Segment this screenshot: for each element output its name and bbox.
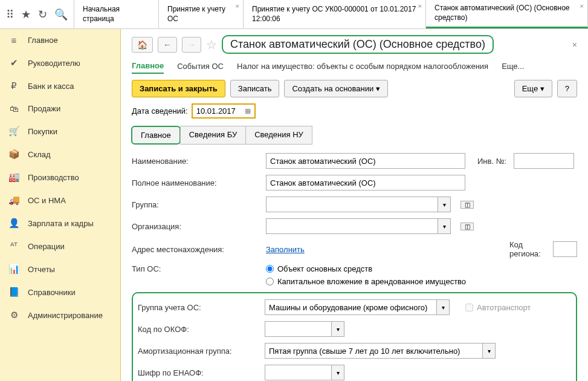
date-label: Дата сведений: <box>132 106 188 116</box>
calendar-icon[interactable]: ▦ <box>245 107 251 115</box>
type-option-capital[interactable]: Капитальное вложение в арендованное имущ… <box>266 277 466 286</box>
sidebar-item-manager[interactable]: ✔Руководителю <box>0 51 120 74</box>
factory-icon: 🏭 <box>8 172 19 183</box>
sidebar-item-sales[interactable]: 🛍Продажи <box>0 97 120 120</box>
fill-link[interactable]: Заполнить <box>266 245 305 254</box>
sidebar-item-ops[interactable]: ᴬᵀОперации <box>0 235 120 258</box>
more-button[interactable]: Еще ▾ <box>514 80 552 97</box>
radio-capital[interactable] <box>266 278 274 285</box>
history-icon[interactable]: ↻ <box>38 8 47 21</box>
org-input[interactable] <box>266 218 438 234</box>
okof-label: Код по ОКОФ: <box>138 325 257 334</box>
help-button[interactable]: ? <box>557 80 577 97</box>
close-icon[interactable]: × <box>572 40 577 50</box>
close-icon[interactable]: × <box>418 2 422 10</box>
sidebar-item-label: Главное <box>28 36 58 45</box>
okof-combo[interactable]: ▾ <box>265 321 344 337</box>
enaof-input[interactable] <box>265 365 331 380</box>
top-tabs: Начальная страница Принятие к учету ОС ×… <box>74 0 588 28</box>
tab-home[interactable]: Начальная страница <box>74 0 159 28</box>
sidebar-item-refs[interactable]: 📘Справочники <box>0 281 120 304</box>
apps-icon[interactable]: ⠿ <box>6 8 14 21</box>
create-based-button[interactable]: Создать на основании ▾ <box>284 80 388 97</box>
page-header: 🏠 ← → ☆ Станок автоматический (ОС) (Осно… <box>132 35 577 54</box>
okof-input[interactable] <box>265 321 331 337</box>
sub-tabs: Главное Сведения БУ Сведения НУ <box>132 126 577 145</box>
sub-tab-nu[interactable]: Сведения НУ <box>245 126 312 145</box>
fullname-label: Полное наименование: <box>132 178 259 187</box>
home-button[interactable]: 🏠 <box>132 37 153 53</box>
favorite-icon[interactable]: ★ <box>21 8 31 21</box>
sidebar-item-label: Зарплата и кадры <box>28 219 94 228</box>
sidebar-item-reports[interactable]: 📊Отчеты <box>0 258 120 281</box>
sidebar-item-label: Покупки <box>28 127 57 136</box>
open-icon[interactable]: ◫ <box>460 201 474 209</box>
chevron-down-icon[interactable]: ▾ <box>438 197 451 212</box>
enaof-combo[interactable]: ▾ <box>265 365 344 380</box>
type-option-asset[interactable]: Объект основных средств <box>266 264 466 273</box>
chevron-down-icon[interactable]: ▾ <box>331 321 344 337</box>
sidebar-item-label: Производство <box>28 173 79 182</box>
fullname-input[interactable] <box>266 175 465 190</box>
chevron-down-icon[interactable]: ▾ <box>438 218 451 234</box>
auto-checkbox[interactable]: Автотранспорт <box>465 303 531 312</box>
save-button[interactable]: Записать <box>230 80 280 97</box>
view-tab-tax[interactable]: Налог на имущество: объекты с особым пор… <box>237 59 488 73</box>
star-icon[interactable]: ☆ <box>206 37 217 52</box>
date-input[interactable] <box>196 106 241 116</box>
date-field[interactable]: ▦ <box>192 103 256 119</box>
amort-input[interactable] <box>265 343 482 359</box>
sidebar-item-bank[interactable]: ₽Банк и касса <box>0 74 120 97</box>
chevron-down-icon[interactable]: ▾ <box>436 299 450 315</box>
cart-icon: 🛒 <box>8 126 19 137</box>
inv-input[interactable] <box>514 153 574 169</box>
chevron-down-icon[interactable]: ▾ <box>331 365 344 380</box>
sub-tab-bu[interactable]: Сведения БУ <box>180 126 247 145</box>
sub-tab-main[interactable]: Главное <box>131 126 181 145</box>
radio-asset[interactable] <box>266 265 274 273</box>
tab-doc2[interactable]: Принятие к учету ОС УК00-000001 от 10.01… <box>244 0 426 28</box>
sidebar-item-purchases[interactable]: 🛒Покупки <box>0 120 120 143</box>
accgroup-input[interactable] <box>265 299 436 315</box>
save-close-button[interactable]: Записать и закрыть <box>132 80 225 97</box>
sidebar-item-admin[interactable]: ⚙Администрирование <box>0 304 120 327</box>
group-input[interactable] <box>266 197 438 212</box>
content-area: 🏠 ← → ☆ Станок автоматический (ОС) (Осно… <box>121 29 588 381</box>
sidebar-item-stock[interactable]: 📦Склад <box>0 143 120 166</box>
tab-active[interactable]: Станок автоматический (ОС) (Основное сре… <box>426 0 588 28</box>
region-label: Код региона: <box>509 240 546 258</box>
radio-label: Капитальное вложение в арендованное имущ… <box>277 277 466 286</box>
sidebar-item-label: Банк и касса <box>28 82 74 91</box>
back-button[interactable]: ← <box>158 37 177 53</box>
chevron-down-icon[interactable]: ▾ <box>482 343 496 359</box>
sidebar-item-label: ОС и НМА <box>28 196 66 205</box>
name-input[interactable] <box>266 153 465 169</box>
org-combo[interactable]: ▾ <box>266 218 451 234</box>
region-input[interactable] <box>553 241 577 257</box>
sidebar-item-assets[interactable]: 🚚ОС и НМА <box>0 189 120 212</box>
sidebar-item-label: Администрирование <box>28 311 103 320</box>
search-icon[interactable]: 🔍 <box>54 8 68 21</box>
chevron-down-icon: ▾ <box>540 84 544 93</box>
accgroup-combo[interactable]: ▾ <box>265 299 450 315</box>
view-tab-more[interactable]: Еще... <box>502 59 524 73</box>
view-tab-main[interactable]: Главное <box>132 59 164 74</box>
forward-button[interactable]: → <box>182 37 201 53</box>
close-icon[interactable]: × <box>236 2 239 10</box>
group-label: Группа: <box>132 200 259 209</box>
box-icon: 📦 <box>8 149 19 160</box>
top-icon-group: ⠿ ★ ↻ 🔍 <box>0 0 74 28</box>
sidebar-item-production[interactable]: 🏭Производство <box>0 166 120 189</box>
amort-combo[interactable]: ▾ <box>265 343 496 359</box>
group-combo[interactable]: ▾ <box>266 197 451 212</box>
auto-label: Автотранспорт <box>477 303 531 312</box>
open-icon[interactable]: ◫ <box>460 223 474 230</box>
ops-icon: ᴬᵀ <box>8 241 19 252</box>
ruble-icon: ₽ <box>8 80 19 91</box>
tab-doc1[interactable]: Принятие к учету ОС × <box>159 0 244 28</box>
close-icon[interactable]: × <box>580 2 584 10</box>
sidebar-item-main[interactable]: ≡Главное <box>0 29 120 51</box>
view-tab-events[interactable]: События ОС <box>177 59 224 73</box>
sidebar-item-hr[interactable]: 👤Зарплата и кадры <box>0 212 120 235</box>
tab-label: Начальная страница <box>83 5 150 24</box>
